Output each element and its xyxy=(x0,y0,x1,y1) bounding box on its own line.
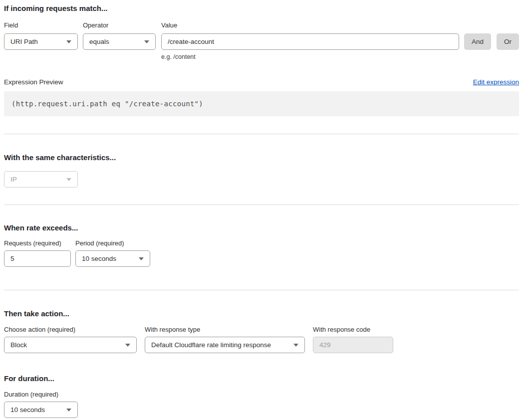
chevron-down-icon xyxy=(293,344,298,347)
value-group: Value e.g. /content xyxy=(161,21,459,61)
section-divider xyxy=(4,134,519,134)
chevron-down-icon xyxy=(66,40,71,43)
period-group: Period (required) 10 seconds xyxy=(75,239,150,267)
choose-action-select[interactable]: Block xyxy=(4,337,137,353)
section-divider xyxy=(4,205,519,205)
duration-group: Duration (required) 10 seconds xyxy=(4,391,78,418)
or-button[interactable]: Or xyxy=(497,33,519,50)
field-label: Field xyxy=(4,21,78,29)
match-controls-row: Field URI Path Operator equals Value e.g… xyxy=(4,21,519,61)
requests-input[interactable] xyxy=(4,250,71,267)
duration-label: Duration (required) xyxy=(4,391,78,398)
value-input[interactable] xyxy=(161,33,459,50)
operator-select[interactable]: equals xyxy=(83,33,156,50)
response-type-label: With response type xyxy=(145,326,305,333)
operator-group: Operator equals xyxy=(83,21,156,50)
section-divider xyxy=(4,290,519,290)
chevron-down-icon xyxy=(66,409,71,412)
action-section-heading: Then take action... xyxy=(4,309,519,318)
response-type-group: With response type Default Cloudflare ra… xyxy=(145,326,305,353)
characteristic-select-disabled: IP xyxy=(4,171,78,188)
response-code-group: With response code xyxy=(313,326,393,353)
requests-group: Requests (required) xyxy=(4,239,71,267)
action-controls-row: Choose action (required) Block With resp… xyxy=(4,326,519,353)
chevron-down-icon xyxy=(125,344,130,347)
operator-select-value: equals xyxy=(89,38,109,45)
rate-controls-row: Requests (required) Period (required) 10… xyxy=(4,239,519,267)
characteristic-select-value: IP xyxy=(10,176,17,183)
duration-select-value: 10 seconds xyxy=(10,406,45,414)
requests-label: Requests (required) xyxy=(4,239,71,247)
expression-preview-code: (http.request.uri.path eq "/create-accou… xyxy=(4,91,519,116)
period-select-value: 10 seconds xyxy=(82,255,116,262)
response-code-label: With response code xyxy=(313,326,393,333)
chevron-down-icon xyxy=(144,40,149,43)
choose-action-label: Choose action (required) xyxy=(4,326,137,333)
match-section-heading: If incoming requests match... xyxy=(4,4,519,12)
characteristics-section-heading: With the same characteristics... xyxy=(4,153,519,162)
duration-section-heading: For duration... xyxy=(4,374,519,383)
rate-limiting-rule-form: If incoming requests match... Field URI … xyxy=(0,0,523,420)
choose-action-group: Choose action (required) Block xyxy=(4,326,137,353)
chevron-down-icon xyxy=(66,178,71,181)
value-hint: e.g. /content xyxy=(161,53,459,61)
and-button[interactable]: And xyxy=(464,33,491,50)
chevron-down-icon xyxy=(139,257,144,260)
field-select[interactable]: URI Path xyxy=(4,33,78,50)
edit-expression-link[interactable]: Edit expression xyxy=(473,78,519,86)
expression-preview-header: Expression Preview Edit expression xyxy=(4,78,519,86)
period-label: Period (required) xyxy=(75,239,150,247)
duration-select[interactable]: 10 seconds xyxy=(4,402,78,418)
value-label: Value xyxy=(161,21,459,29)
choose-action-select-value: Block xyxy=(10,341,27,349)
rate-section-heading: When rate exceeds... xyxy=(4,223,519,232)
field-select-value: URI Path xyxy=(10,38,38,45)
operator-label: Operator xyxy=(83,21,156,29)
response-code-input-disabled xyxy=(313,337,393,353)
response-type-select-value: Default Cloudflare rate limiting respons… xyxy=(151,341,271,349)
response-type-select[interactable]: Default Cloudflare rate limiting respons… xyxy=(145,337,305,353)
expression-preview-label: Expression Preview xyxy=(4,78,63,86)
field-group: Field URI Path xyxy=(4,21,78,50)
period-select[interactable]: 10 seconds xyxy=(75,250,150,267)
